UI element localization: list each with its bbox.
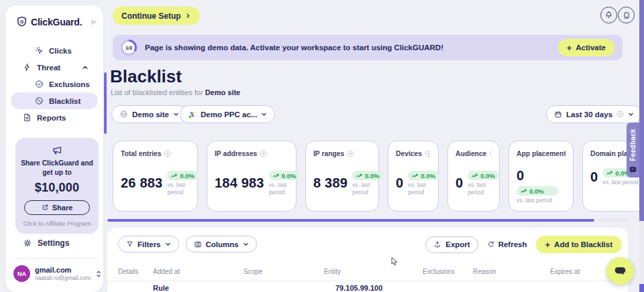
add-to-blacklist-button[interactable]: + Add to Blacklist bbox=[536, 236, 623, 253]
ppc-account-selector[interactable]: Demo PPC ac... bbox=[180, 105, 275, 123]
stat-label: App placement bbox=[517, 150, 566, 157]
stat-delta: 0.0% bbox=[180, 172, 195, 179]
affiliate-caption[interactable]: Click to Affiliate Program bbox=[21, 220, 93, 227]
megaphone-icon bbox=[52, 145, 63, 155]
check-circle-icon bbox=[35, 80, 44, 88]
vs-last-period-label: vs. last period bbox=[517, 197, 558, 204]
table-toolbar-left: Filters Columns bbox=[118, 236, 257, 252]
activate-label: Activate bbox=[576, 44, 606, 52]
page-title: Blacklist bbox=[110, 66, 182, 87]
site-selector[interactable]: Demo site bbox=[111, 105, 187, 123]
user-email: naatali.ro@gmail.com bbox=[35, 275, 91, 281]
share-button[interactable]: Share bbox=[24, 200, 90, 215]
sidebar-item-reports[interactable]: Reports bbox=[11, 109, 98, 126]
trend-badge: 0.0% bbox=[468, 171, 499, 180]
vs-last-period-label: vs. last period bbox=[269, 181, 297, 196]
activate-button[interactable]: + Activate bbox=[558, 39, 614, 56]
export-icon bbox=[433, 240, 441, 248]
column-header-details[interactable]: Details bbox=[118, 268, 139, 275]
column-header-entity[interactable]: Entity bbox=[324, 268, 341, 275]
columns-button[interactable]: Columns bbox=[186, 236, 257, 252]
lightning-icon bbox=[23, 63, 32, 72]
info-icon[interactable]: ? bbox=[489, 150, 492, 157]
book-icon bbox=[623, 11, 631, 19]
vs-last-period-label: vs. last period bbox=[408, 181, 436, 196]
stat-value: 26 883 bbox=[121, 175, 162, 191]
export-button[interactable]: Export bbox=[425, 236, 478, 253]
document-icon bbox=[23, 113, 32, 122]
sidebar-scrollbar[interactable] bbox=[104, 72, 107, 134]
info-icon[interactable]: ? bbox=[347, 150, 354, 157]
chevron-down-icon bbox=[165, 241, 171, 247]
sidebar-item-exclusions[interactable]: Exclusions bbox=[11, 76, 98, 92]
settings-label: Settings bbox=[38, 238, 69, 248]
info-icon: ? bbox=[616, 111, 624, 118]
ban-icon bbox=[35, 96, 44, 105]
calendar-icon bbox=[554, 111, 562, 119]
feedback-tab[interactable]: Feedback bbox=[627, 123, 639, 177]
horizontal-scrollbar-track[interactable] bbox=[597, 219, 628, 222]
stat-value: 0 bbox=[517, 168, 524, 184]
svg-text:?: ? bbox=[262, 152, 265, 156]
vs-last-period-label: vs. last period bbox=[468, 181, 496, 196]
svg-text:?: ? bbox=[619, 113, 622, 117]
sidebar-item-threat[interactable]: Threat bbox=[11, 59, 98, 76]
column-header-added-at[interactable]: Added at bbox=[153, 268, 180, 275]
chevron-up-icon bbox=[82, 64, 89, 71]
filters-button[interactable]: Filters bbox=[118, 236, 179, 252]
refresh-button[interactable]: Refresh bbox=[487, 240, 527, 248]
sidebar-item-label: Clicks bbox=[49, 47, 72, 55]
filters-label: Filters bbox=[138, 240, 161, 248]
chat-launcher-button[interactable] bbox=[606, 257, 634, 285]
column-header-exclusions[interactable]: Exclusions bbox=[423, 268, 455, 275]
account-switcher[interactable]: NA gmail.com naatali.ro@gmail.com bbox=[13, 265, 102, 282]
stat-card-ip-addresses: IP addresses ? 184 983 0.0% vs. last per… bbox=[207, 141, 297, 212]
continue-setup-button[interactable]: Continue Setup bbox=[113, 7, 200, 25]
docs-button[interactable] bbox=[618, 7, 635, 23]
share-card-title: Share ClickGuard and get up to bbox=[21, 159, 93, 177]
avatar: NA bbox=[13, 265, 30, 282]
column-header-expires-at[interactable]: Expires at bbox=[550, 268, 580, 275]
share-card-amount: $10,000 bbox=[21, 181, 93, 195]
vertical-scrollbar-segment[interactable] bbox=[639, 284, 644, 292]
notifications-button[interactable] bbox=[600, 7, 617, 23]
column-header-reason[interactable]: Reason bbox=[473, 268, 496, 275]
stats-card-row: Total entries ? 26 883 0.0% vs. last per… bbox=[113, 141, 644, 212]
chevron-down-icon bbox=[628, 111, 634, 117]
vs-last-period-label: vs. last period bbox=[167, 181, 195, 196]
table-toolbar-right: Export Refresh + Add to Blacklist bbox=[425, 236, 622, 253]
horizontal-scrollbar[interactable] bbox=[107, 219, 594, 222]
funnel-icon bbox=[126, 240, 133, 248]
chevron-down-icon bbox=[173, 111, 179, 117]
sidebar-item-settings[interactable]: Settings bbox=[11, 234, 98, 251]
column-header-scope[interactable]: Scope bbox=[244, 268, 262, 275]
chat-square-icon bbox=[629, 166, 637, 173]
date-range-value: Last 30 days bbox=[566, 111, 612, 119]
sidebar-divider bbox=[12, 258, 98, 259]
clicks-icon bbox=[35, 46, 44, 55]
sidebar-item-blacklist[interactable]: Blacklist bbox=[11, 92, 98, 109]
trend-badge: 0.0% bbox=[408, 171, 439, 180]
plus-icon: + bbox=[545, 240, 551, 250]
sidebar-item-clicks[interactable]: Clicks bbox=[11, 42, 98, 59]
refresh-icon bbox=[487, 240, 495, 248]
trend-up-icon bbox=[356, 173, 363, 178]
stat-card-total-entries: Total entries ? 26 883 0.0% vs. last per… bbox=[113, 141, 198, 212]
vertical-scrollbar[interactable] bbox=[639, 0, 644, 221]
stat-delta: 0.0% bbox=[421, 172, 435, 179]
collapse-sidebar-icon[interactable] bbox=[90, 18, 98, 26]
stat-label: Total entries bbox=[121, 150, 161, 157]
info-icon[interactable]: ? bbox=[425, 150, 431, 157]
shield-logo-icon: G bbox=[16, 16, 28, 27]
user-name: gmail.com bbox=[35, 266, 91, 275]
table-row-preview-added-at: Rule bbox=[153, 284, 169, 292]
info-icon[interactable]: ? bbox=[260, 150, 267, 157]
stat-label: IP addresses bbox=[215, 150, 257, 157]
mouse-pointer-icon bbox=[390, 257, 398, 267]
app-window: G ClickGuard. Clicks bbox=[0, 0, 644, 292]
sidebar-item-label: Exclusions bbox=[49, 80, 90, 88]
info-icon[interactable]: ? bbox=[164, 150, 171, 157]
continue-setup-label: Continue Setup bbox=[121, 11, 181, 21]
date-range-selector[interactable]: Last 30 days ? bbox=[546, 105, 642, 123]
stat-card-ip-ranges: IP ranges ? 8 389 0.0% vs. last period bbox=[305, 141, 379, 212]
